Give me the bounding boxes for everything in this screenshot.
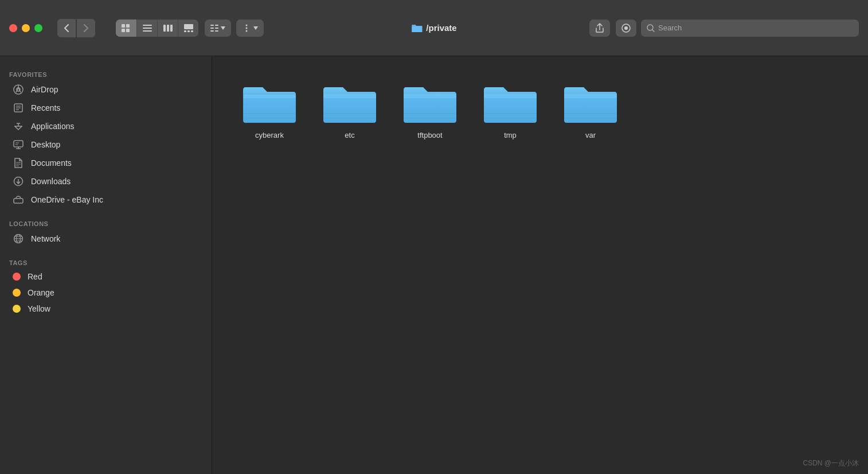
folder-name-tmp: tmp — [504, 131, 517, 139]
sidebar-tag-orange-label: Orange — [28, 288, 54, 297]
svg-rect-2 — [122, 29, 125, 32]
sidebar-item-downloads-label: Downloads — [31, 177, 71, 186]
svg-point-20 — [246, 27, 248, 29]
sidebar-item-recents-label: Recents — [31, 103, 60, 112]
maximize-button[interactable] — [34, 24, 42, 32]
title-folder-icon — [411, 24, 423, 33]
sidebar-item-network-label: Network — [31, 234, 60, 243]
folder-name-etc: etc — [345, 131, 354, 139]
search-icon — [647, 24, 655, 32]
sidebar-item-onedrive-label: OneDrive - eBay Inc — [31, 195, 103, 204]
view-gallery-button[interactable] — [178, 20, 198, 37]
tag-red-dot — [13, 273, 21, 281]
folder-item-var[interactable]: var — [556, 73, 625, 144]
folder-item-cyberark[interactable]: cyberark — [235, 73, 304, 144]
sidebar-item-airdrop-label: AirDrop — [31, 85, 58, 94]
close-button[interactable] — [9, 24, 17, 32]
sidebar-section-tags: Tags — [0, 254, 212, 269]
svg-rect-0 — [122, 24, 125, 28]
minimize-button[interactable] — [22, 24, 30, 32]
view-mode-buttons — [116, 20, 198, 37]
downloads-icon — [13, 176, 24, 187]
forward-button[interactable] — [77, 19, 95, 37]
folder-icon-tmp — [482, 78, 539, 125]
tag-button[interactable] — [616, 20, 636, 37]
svg-rect-14 — [210, 25, 214, 26]
svg-line-26 — [652, 30, 654, 32]
airdrop-icon — [13, 84, 24, 95]
sidebar-item-network[interactable]: Network — [3, 230, 208, 248]
svg-rect-47 — [14, 199, 23, 203]
sidebar-item-tag-orange[interactable]: Orange — [3, 285, 208, 301]
main-content: Favorites AirDrop — [0, 56, 868, 474]
action-button[interactable] — [236, 20, 264, 37]
svg-rect-15 — [215, 25, 218, 26]
sidebar-item-desktop-label: Desktop — [31, 140, 60, 149]
sidebar-item-documents-label: Documents — [31, 158, 72, 168]
svg-rect-6 — [143, 30, 152, 32]
search-input[interactable] — [658, 24, 853, 32]
sidebar-item-onedrive[interactable]: OneDrive - eBay Inc — [3, 191, 208, 209]
sidebar-item-applications-label: Applications — [31, 122, 75, 131]
sidebar-item-desktop[interactable]: Desktop — [3, 135, 208, 154]
view-icon-button[interactable] — [116, 20, 136, 37]
title-bar: /private — [0, 0, 868, 56]
sidebar-tag-yellow-label: Yellow — [28, 304, 50, 313]
tag-orange-dot — [13, 289, 21, 297]
svg-rect-9 — [170, 25, 173, 32]
svg-rect-37 — [14, 141, 23, 147]
network-icon — [13, 233, 24, 244]
folder-item-tftpboot[interactable]: tftpboot — [396, 73, 464, 144]
svg-rect-8 — [167, 25, 169, 32]
svg-rect-18 — [210, 30, 214, 32]
svg-rect-3 — [126, 29, 130, 32]
sidebar-section-locations: Locations — [0, 215, 212, 230]
svg-rect-11 — [184, 30, 186, 32]
sidebar-section-favorites: Favorites — [0, 65, 212, 80]
sidebar-item-tag-yellow[interactable]: Yellow — [3, 301, 208, 317]
documents-icon — [13, 157, 24, 169]
folder-name-var: var — [585, 131, 596, 139]
sidebar-tag-red-label: Red — [28, 272, 42, 281]
recents-icon — [13, 102, 24, 114]
sidebar-item-documents[interactable]: Documents — [3, 154, 208, 172]
watermark: CSDN @一点小沐 — [803, 459, 859, 468]
folder-icon-tftpboot — [401, 78, 459, 125]
sidebar: Favorites AirDrop — [0, 56, 212, 474]
share-button[interactable] — [589, 20, 610, 37]
folder-icon-etc — [321, 78, 378, 125]
applications-icon — [13, 121, 24, 132]
svg-rect-4 — [143, 25, 152, 26]
sidebar-item-recents[interactable]: Recents — [3, 99, 208, 117]
search-box[interactable] — [641, 20, 859, 37]
folder-item-etc[interactable]: etc — [315, 73, 384, 144]
svg-rect-5 — [143, 28, 152, 29]
svg-rect-19 — [215, 30, 218, 32]
group-by-button[interactable] — [205, 20, 231, 37]
sidebar-item-downloads[interactable]: Downloads — [3, 172, 208, 191]
view-list-button[interactable] — [136, 20, 157, 37]
back-button[interactable] — [57, 19, 76, 37]
folder-item-tmp[interactable]: tmp — [476, 73, 545, 144]
sidebar-item-applications[interactable]: Applications — [3, 117, 208, 135]
folder-icon-cyberark — [241, 78, 298, 125]
svg-rect-12 — [187, 30, 190, 32]
view-columns-button[interactable] — [157, 20, 178, 37]
sidebar-item-airdrop[interactable]: AirDrop — [3, 80, 208, 99]
svg-rect-13 — [191, 30, 193, 32]
svg-point-24 — [624, 26, 628, 30]
svg-rect-1 — [126, 24, 130, 28]
desktop-icon — [13, 139, 24, 150]
folder-name-tftpboot: tftpboot — [417, 131, 442, 139]
file-area: cyberark etc — [212, 56, 868, 474]
tag-yellow-dot — [13, 305, 21, 313]
sidebar-item-tag-red[interactable]: Red — [3, 269, 208, 285]
svg-point-21 — [246, 24, 248, 26]
svg-rect-17 — [215, 28, 218, 29]
svg-rect-7 — [163, 25, 166, 32]
svg-rect-16 — [210, 28, 214, 29]
svg-point-22 — [246, 30, 248, 32]
window-buttons — [9, 24, 42, 32]
window-title: /private — [411, 23, 456, 33]
folder-icon-var — [562, 78, 619, 125]
